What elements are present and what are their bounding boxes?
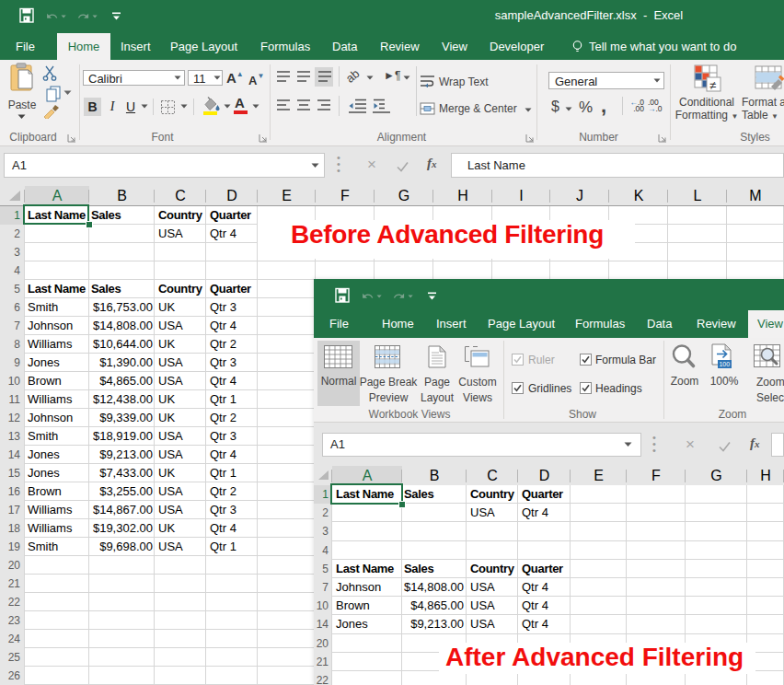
- svg-text:≠: ≠: [709, 78, 716, 92]
- svg-text:100: 100: [719, 361, 730, 367]
